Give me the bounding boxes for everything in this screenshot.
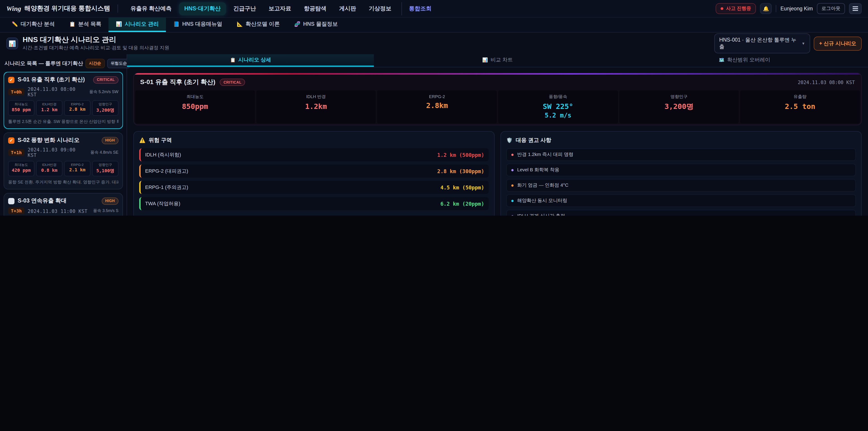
tab-icon: 📊 [482,57,488,62]
scenario-stat: 최대농도 420 ppm [8,161,34,176]
detail-stat: 영향인구 3,200명 [619,90,739,123]
time-offset-badge: T+3h [8,208,24,214]
stat-value: 2.1 km [65,167,90,172]
zone-label: IDLH (즉시위험) [145,151,181,158]
danger-zone-row: TWA (작업허용) 6.2 km (20ppm) [139,197,489,210]
detail-stat: 최대농도 850ppm [135,90,255,123]
bullet-dot-icon [511,169,514,171]
new-scenario-button[interactable]: + 신규 시나리오 [814,36,862,51]
main-nav-item[interactable]: 유출유 확산예측 [125,2,177,15]
tab-icon: 🗺️ [719,57,724,62]
main-nav-item[interactable]: 게시판 [334,2,362,15]
main-nav-item[interactable]: 기상정보 [363,2,397,15]
hamburger-icon [852,6,858,7]
stat-label: IDLH반경 [37,102,61,107]
tab-icon: 📘 [173,21,179,27]
main-nav-item[interactable]: 통합조회 [401,2,437,15]
scenario-title: S-03 연속유출 확대 [18,197,98,205]
scenario-checkbox[interactable] [8,137,14,144]
stat-value: 850ppm [136,102,254,111]
scenario-timestamp: 2024.11.03 09:00 KST [28,147,87,158]
danger-zone-row: IDLH (즉시위험) 1.2 km (500ppm) [139,148,489,161]
bullet-dot-icon [511,215,514,216]
hamburger-menu-button[interactable] [849,3,862,14]
sort-by-time-button[interactable]: 시간순 [86,59,105,68]
danger-zone-list: IDLH (즉시위험) 1.2 km (500ppm) ERPG-2 (대피권고… [139,148,489,210]
sub-tab[interactable]: 📘 HNS 대응매뉴얼 [166,18,229,32]
tab-label: 확산모델 이론 [246,20,280,28]
main-nav-item[interactable]: 긴급구난 [228,2,261,15]
stat-value: 3,200명 [93,107,118,114]
scenario-description: 톨루엔 2.5톤 순간 유출. SW 풍향으로 온산 산업단지 방향 확산. I… [8,119,119,125]
sub-tabbar: ✏️ 대기확산 분석 📋 분석 목록 📊 시나리오 관리 📘 HNS 대응매뉴얼… [0,18,868,33]
scenario-stat: 영향인구 5,100명 [92,161,119,176]
scenario-stat: ERPG-2 2.8 km [64,100,90,116]
stat-label: ERPG-2 [65,163,90,167]
logo-mark: Wing [6,5,21,12]
recommendation-text: Level B 화학복 착용 [517,167,559,173]
main-content-tab[interactable]: 📋 시나리오 상세 [127,54,374,67]
wind-summary: 풍속 5.2m/s SW [89,89,119,95]
scenario-stat: IDLH반경 0.8 km [36,161,62,176]
stat-label: ERPG-2 [65,102,90,106]
scenario-checkbox[interactable] [8,76,14,83]
main-nav-item[interactable]: 보고자료 [263,2,297,15]
stat-value: 2.8 km [65,107,90,112]
scenario-card[interactable]: S-03 연속유출 확대 HIGH T+3h 2024.11.03 11:00 … [4,193,123,216]
stat-label: IDLH반경 [37,163,61,167]
response-list: 반경 1.2km 즉시 대피 명령 Level B 화학복 착용 화기 엄금 —… [506,148,856,216]
detail-stat: IDLH 반경 1.2km [256,90,376,123]
recommendation-row: 반경 1.2km 즉시 대피 명령 [506,148,856,161]
logo-text: 해양환경 위기대응 통합시스템 [24,4,110,13]
sub-tab[interactable]: 📊 시나리오 관리 [108,18,166,32]
detail-timestamp: 2024.11.03 08:00 KST [798,80,855,85]
recommendation-row: Level B 화학복 착용 [506,164,856,176]
zone-value: 2.8 km (300ppm) [437,168,484,174]
tab-icon: 📊 [116,21,122,27]
logout-button[interactable]: 로그아웃 [817,3,845,14]
stat-label: 영향인구 [93,163,118,167]
scenario-list-title: 시나리오 목록 — 톨루엔 대기확산 [4,60,83,67]
scenario-stat: 영향인구 3,200명 [92,100,119,116]
incident-select[interactable]: HNS-001 · 울산 온산항 톨루엔 누출 ▼ [714,33,810,53]
recommendation-row: IDLH 경계 실시간 측정 [506,210,856,216]
stat-value: 5,100명 [93,168,118,174]
warning-icon: ⚠️ [139,137,145,143]
scenario-card[interactable]: S-01 유출 직후 (초기 확산) CRITICAL T+0h 2024.11… [4,72,123,129]
user-name: Eunjeong Kim [780,6,813,11]
recommendation-row: 화기 엄금 — 인화점 4°C [506,179,856,192]
stat-label: 최대농도 [9,102,33,107]
scenario-card[interactable]: S-02 풍향 변화 시나리오 HIGH T+1h 2024.11.03 09:… [4,132,123,189]
stat-value: 2.5 ton [741,102,859,111]
stat-value: 1.2km [257,102,375,111]
zone-value: 6.2 km (20ppm) [440,201,484,207]
tab-label: 분석 목록 [78,20,101,28]
severity-badge: CRITICAL [93,76,119,83]
zone-value: 4.5 km (50ppm) [440,184,484,190]
tab-label: 시나리오 상세 [239,57,271,63]
main-content-tab[interactable]: 📊 비교 차트 [374,54,621,67]
recommendation-text: 반경 1.2km 즉시 대피 명령 [517,151,574,158]
sub-tab[interactable]: 📋 분석 목록 [62,18,108,32]
stat-value: 850 ppm [9,107,33,112]
stat-value: 0.8 km [37,168,61,173]
stat-label: 영향인구 [620,94,738,100]
notifications-button[interactable]: 🔔 [760,3,772,14]
main-nav-item[interactable]: 항공탐색 [298,2,332,15]
scenario-timestamp: 2024.11.03 11:00 KST [28,208,88,214]
recommendation-text: IDLH 경계 실시간 측정 [517,213,565,216]
sub-tab[interactable]: 🧬 HNS 물질정보 [287,18,345,32]
main-nav: 유출유 확산예측HNS·대기확산긴급구난보고자료항공탐색게시판기상정보통합조회 [125,2,716,15]
main-content-tab[interactable]: 🗺️ 확산범위 오버레이 [621,54,868,67]
tab-icon: ✏️ [12,21,18,27]
sub-tab[interactable]: ✏️ 대기확산 분석 [4,18,62,32]
sub-tab[interactable]: 📐 확산모델 이론 [229,18,287,32]
wind-summary: 풍속 3.5m/s S [93,208,119,214]
scenario-stat: ERPG-2 2.1 km [64,161,90,176]
response-recommendations-panel: 🛡️ 대응 권고 사항 반경 1.2km 즉시 대피 명령 Level B 화학… [500,131,862,216]
page-subtitle: 시간·조건별 대기확산 예측 시나리오 비교·검토 및 대응 의사결정 지원 [23,45,169,51]
response-recommendations-title: 대응 권고 사항 [516,136,551,144]
scenario-checkbox[interactable] [8,198,14,204]
stat-value: 1.2 km [37,107,61,112]
main-nav-item[interactable]: HNS·대기확산 [179,2,226,15]
